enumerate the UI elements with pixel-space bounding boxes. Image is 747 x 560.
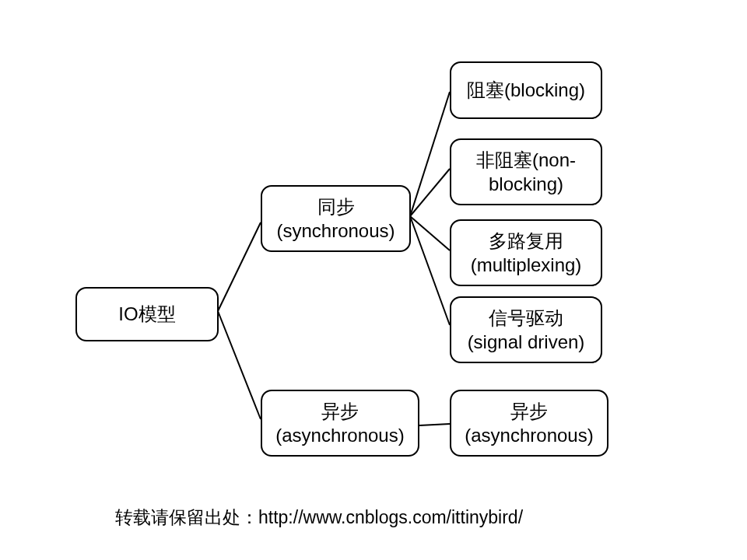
node-async-leaf: 异步(asynchronous) bbox=[450, 390, 608, 457]
node-nonblocking-label: 非阻塞(non-blocking) bbox=[476, 148, 576, 196]
node-blocking-label: 阻塞(blocking) bbox=[467, 78, 585, 102]
svg-line-1 bbox=[218, 311, 261, 419]
svg-line-6 bbox=[419, 424, 450, 425]
node-signal: 信号驱动(signal driven) bbox=[450, 296, 602, 363]
node-async-leaf-label: 异步(asynchronous) bbox=[465, 399, 593, 447]
svg-line-3 bbox=[410, 169, 450, 216]
attribution-text: 转载请保留出处：http://www.cnblogs.com/ittinybir… bbox=[115, 506, 523, 530]
node-root-label: IO模型 bbox=[118, 302, 175, 326]
svg-line-4 bbox=[410, 216, 450, 250]
svg-line-0 bbox=[218, 222, 261, 311]
node-multiplexing-label: 多路复用(multiplexing) bbox=[471, 229, 582, 277]
svg-line-5 bbox=[410, 216, 450, 325]
connector-lines bbox=[0, 0, 747, 560]
node-async-label: 异步(asynchronous) bbox=[275, 399, 404, 447]
node-sync: 同步(synchronous) bbox=[261, 185, 411, 252]
node-root: IO模型 bbox=[75, 287, 219, 341]
node-async: 异步(asynchronous) bbox=[261, 390, 419, 457]
node-multiplexing: 多路复用(multiplexing) bbox=[450, 219, 602, 286]
svg-line-2 bbox=[410, 92, 450, 216]
node-signal-label: 信号驱动(signal driven) bbox=[468, 306, 585, 354]
node-sync-label: 同步(synchronous) bbox=[276, 194, 395, 243]
node-nonblocking: 非阻塞(non-blocking) bbox=[450, 138, 602, 205]
node-blocking: 阻塞(blocking) bbox=[450, 61, 602, 119]
